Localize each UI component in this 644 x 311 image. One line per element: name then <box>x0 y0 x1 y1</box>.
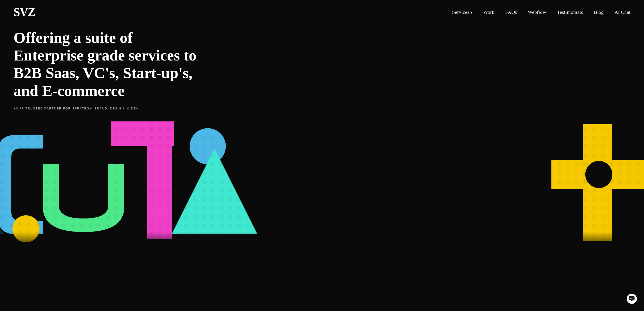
nav-item-work[interactable]: Work <box>483 9 494 15</box>
nav-link-webflow[interactable]: Webflow <box>528 9 546 15</box>
nav-links: Services Work FAQs Webflow Testimonials … <box>452 9 630 15</box>
hero-title: Offering a suite of Enterprise grade ser… <box>14 29 199 99</box>
svg-point-26 <box>632 298 634 299</box>
svg-point-24 <box>630 298 631 299</box>
ground-shadow <box>0 232 644 250</box>
nav-item-aichat[interactable]: Ai Chat <box>614 9 630 15</box>
svg-rect-9 <box>147 121 172 239</box>
nav-item-services[interactable]: Services <box>452 9 472 15</box>
teal-triangle-shape <box>172 148 258 234</box>
nav-link-services[interactable]: Services <box>452 9 472 15</box>
svg-point-22 <box>585 161 612 188</box>
nav-item-faqs[interactable]: FAQs <box>505 9 517 15</box>
nav-item-blog[interactable]: Blog <box>594 9 604 15</box>
svg-point-25 <box>631 298 632 299</box>
nav-link-aichat[interactable]: Ai Chat <box>614 9 630 15</box>
chat-bubble-button[interactable] <box>626 294 637 304</box>
shapes-decoration <box>0 97 644 250</box>
pink-7-shape <box>111 121 174 239</box>
nav-link-faqs[interactable]: FAQs <box>505 9 517 15</box>
nav-link-work[interactable]: Work <box>483 9 494 15</box>
navbar: SVZ Services Work FAQs Webflow Testimoni… <box>0 0 644 24</box>
nav-link-testimonials[interactable]: Testimonials <box>557 9 583 15</box>
yellow-cross-shape <box>552 124 644 241</box>
nav-link-blog[interactable]: Blog <box>594 9 604 15</box>
svg-marker-15 <box>172 148 258 234</box>
logo[interactable]: SVZ <box>14 6 35 18</box>
hero-section: Offering a suite of Enterprise grade ser… <box>0 24 644 110</box>
nav-item-testimonials[interactable]: Testimonials <box>557 9 583 15</box>
nav-item-webflow[interactable]: Webflow <box>528 9 546 15</box>
hero-subtitle: YOUR TRUSTED PARTNER FOR STRATEGY, BRAND… <box>14 107 630 110</box>
